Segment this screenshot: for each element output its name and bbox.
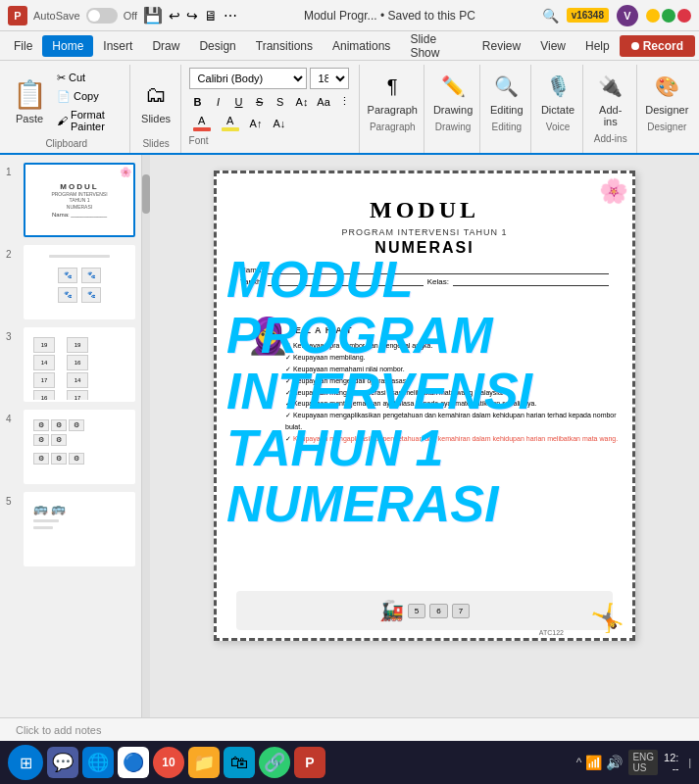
menu-slideshow[interactable]: Slide Show bbox=[400, 28, 472, 64]
font-highlight-button[interactable]: A bbox=[218, 114, 243, 132]
more-icon[interactable]: ⋯ bbox=[224, 8, 237, 24]
bold-button[interactable]: B bbox=[189, 95, 207, 109]
italic-button[interactable]: I bbox=[210, 95, 227, 109]
cut-button[interactable]: ✂Cut bbox=[53, 70, 124, 86]
taskbar-teams[interactable]: 💬 bbox=[47, 747, 78, 778]
menu-help[interactable]: Help bbox=[575, 35, 620, 57]
taskbar-chrome[interactable]: 🔵 bbox=[118, 747, 149, 778]
strikethrough-button[interactable]: S bbox=[251, 95, 269, 109]
slide-preview-4[interactable]: ⚙ ⚙ ⚙ ⚙ ⚙ ⚙ ⚙ ⚙ bbox=[24, 410, 135, 484]
underline-button[interactable]: U bbox=[230, 95, 248, 109]
slide-panel-scrollbar[interactable] bbox=[142, 155, 150, 717]
minimize-button[interactable] bbox=[646, 9, 660, 23]
taskbar-edge[interactable]: 🌐 bbox=[82, 747, 114, 778]
dictate-button[interactable]: 🎙️ Dictate bbox=[535, 67, 580, 120]
spacing-button[interactable]: A↕ bbox=[292, 95, 311, 109]
show-desktop[interactable]: | bbox=[688, 758, 691, 768]
editing-label: Editing bbox=[490, 104, 524, 116]
maximize-button[interactable] bbox=[662, 9, 675, 23]
addins-label: Add-ins bbox=[595, 104, 626, 127]
lang-us: US bbox=[632, 762, 654, 773]
taskbar-notification[interactable]: 10 bbox=[153, 747, 184, 778]
clock-date: -- bbox=[664, 763, 678, 774]
slide-thumb-5[interactable]: 5 🚌 🚌 bbox=[6, 492, 135, 566]
clock-time: 12: bbox=[664, 752, 678, 763]
shadow-button[interactable]: S bbox=[272, 95, 289, 109]
start-button[interactable]: ⊞ bbox=[8, 745, 43, 780]
toggle-knob bbox=[88, 10, 100, 22]
more-font-btn[interactable]: ⋮ bbox=[335, 94, 353, 109]
paragraph-icon: ¶ bbox=[376, 71, 408, 102]
checklist-item-1: ✓ Keupayaan pra nombor dan mengenal angk… bbox=[285, 340, 624, 352]
system-clock[interactable]: 12: -- bbox=[664, 752, 678, 774]
menu-home[interactable]: Home bbox=[42, 35, 93, 57]
addins-button[interactable]: 🔌 Add-ins bbox=[589, 67, 632, 131]
font-name-select[interactable]: Calibri (Body) bbox=[189, 68, 307, 89]
new-slide-button[interactable]: 🗂 Slides bbox=[134, 75, 177, 128]
close-button[interactable] bbox=[677, 9, 691, 23]
slides-group-label: Slides bbox=[142, 138, 169, 151]
train-car-2: 6 bbox=[429, 604, 447, 618]
present-icon[interactable]: 🖥 bbox=[204, 8, 218, 24]
menu-review[interactable]: Review bbox=[473, 35, 530, 57]
title-right: 🔍 v16348 V bbox=[542, 5, 691, 26]
case-button[interactable]: Aa bbox=[313, 95, 331, 109]
menu-design[interactable]: Design bbox=[189, 35, 245, 57]
record-button[interactable]: Record bbox=[620, 35, 695, 57]
tray-network[interactable]: 📶 bbox=[585, 755, 602, 770]
menu-file[interactable]: File bbox=[4, 35, 42, 57]
paragraph-button[interactable]: ¶ Paragraph bbox=[362, 67, 424, 120]
taskbar-files[interactable]: 📁 bbox=[188, 747, 220, 778]
taskbar-app1[interactable]: 🔗 bbox=[259, 747, 290, 778]
scrollbar-thumb[interactable] bbox=[142, 174, 150, 214]
powerpoint-icon: P bbox=[8, 6, 27, 25]
search-icon[interactable]: 🔍 bbox=[542, 8, 559, 24]
slide-preview-5[interactable]: 🚌 🚌 bbox=[24, 492, 135, 566]
voice-group: 🎙️ Dictate Voice bbox=[533, 65, 582, 153]
format-painter-button[interactable]: 🖌Format Painter bbox=[53, 107, 124, 134]
increase-font-button[interactable]: A↑ bbox=[246, 117, 267, 130]
slide-thumb-2[interactable]: 2 🐾 🐾 🐾 🐾 bbox=[6, 245, 135, 319]
slide-inner-2: 🐾 🐾 🐾 🐾 bbox=[25, 247, 133, 318]
checklist-item-4: ✓ Keupayaan mengendali operasi asas. bbox=[285, 375, 624, 387]
paste-icon: 📋 bbox=[14, 79, 45, 111]
font-color-button[interactable]: A bbox=[189, 114, 215, 132]
slide-thumb-1[interactable]: 1 MODUL PROGRAM INTERVENSITAHUN 1NUMERAS… bbox=[6, 163, 135, 237]
checklist-item-6: ✓ Keupayaan menterjemahkan ayat biasa ke… bbox=[285, 398, 624, 410]
notes-bar[interactable]: Click to add notes bbox=[0, 717, 699, 741]
ribbon: 📋 Paste ✂Cut 📄Copy 🖌Format Painter Clipb… bbox=[0, 61, 699, 155]
slide-preview-1[interactable]: MODUL PROGRAM INTERVENSITAHUN 1NUMERASI … bbox=[24, 163, 135, 237]
menu-view[interactable]: View bbox=[530, 35, 575, 57]
editing-button[interactable]: 🔍 Editing bbox=[484, 67, 529, 120]
save-icon[interactable]: 💾 bbox=[143, 6, 163, 24]
undo-icon[interactable]: ↩ bbox=[169, 8, 180, 24]
slide-panel: 1 MODUL PROGRAM INTERVENSITAHUN 1NUMERAS… bbox=[0, 155, 142, 717]
slide-preview-3[interactable]: 19 19 14 16 17 14 bbox=[24, 327, 135, 402]
slide-modul-title: MODUL bbox=[232, 197, 617, 223]
tray-chevron[interactable]: ^ bbox=[576, 756, 582, 769]
language-badge[interactable]: ENG US bbox=[628, 750, 658, 775]
decrease-font-button[interactable]: A↓ bbox=[269, 117, 289, 130]
addins-group: 🔌 Add-ins Add-ins bbox=[585, 65, 637, 153]
menu-animations[interactable]: Animations bbox=[323, 35, 400, 57]
menu-transitions[interactable]: Transitions bbox=[246, 35, 323, 57]
taskbar-powerpoint[interactable]: P bbox=[294, 747, 325, 778]
slide-thumb-3[interactable]: 3 19 19 14 16 bbox=[6, 327, 135, 402]
autosave-toggle[interactable] bbox=[86, 8, 118, 24]
font-size-select[interactable]: 18 bbox=[310, 68, 349, 89]
designer-button[interactable]: 🎨 Designer bbox=[639, 67, 694, 120]
slides-icon: 🗂 bbox=[140, 79, 172, 111]
slide-thumb-4[interactable]: 4 ⚙ ⚙ ⚙ ⚙ ⚙ ⚙ bbox=[6, 410, 135, 484]
drawing-button[interactable]: ✏️ Drawing bbox=[427, 67, 478, 120]
paste-button[interactable]: 📋 Paste bbox=[10, 75, 49, 128]
menu-draw[interactable]: Draw bbox=[142, 35, 189, 57]
redo-icon[interactable]: ↪ bbox=[186, 8, 198, 24]
user-avatar[interactable]: V bbox=[617, 5, 638, 26]
slide-preview-2[interactable]: 🐾 🐾 🐾 🐾 bbox=[24, 245, 135, 319]
tray-volume[interactable]: 🔊 bbox=[606, 755, 623, 770]
taskbar-store[interactable]: 🛍 bbox=[224, 747, 255, 778]
menu-insert[interactable]: Insert bbox=[93, 35, 142, 57]
copy-button[interactable]: 📄Copy bbox=[53, 88, 124, 105]
slide-container[interactable]: 🌸 MODUL PROGRAM INTERVENSI TAHUN 1 NUMER… bbox=[214, 171, 635, 641]
file-title: Modul Progr... • Saved to this PC bbox=[243, 9, 535, 23]
